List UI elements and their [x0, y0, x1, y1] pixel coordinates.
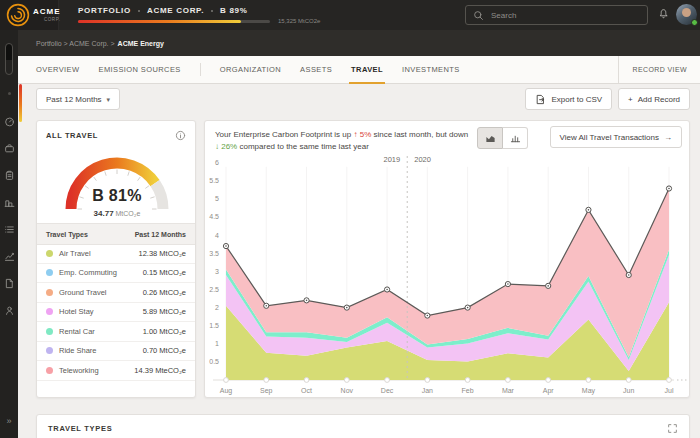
tab-bar: OVERVIEWEMISSION SOURCESORGANIZATIONASSE… — [18, 56, 700, 84]
accent-scroll-indicator — [19, 84, 22, 122]
emissions-gauge: B 81% 34.77 MtCO₂e — [55, 147, 179, 225]
x-tick-label: Jul — [665, 387, 674, 394]
bar-chart-toggle[interactable] — [503, 127, 528, 149]
analytics-icon[interactable] — [4, 248, 15, 259]
toolbar-actions: Export to CSV + Add Record — [525, 88, 690, 110]
export-icon — [535, 94, 546, 105]
global-search[interactable] — [465, 5, 648, 25]
gauge-value-number: 34.77 — [94, 209, 114, 218]
footprint-chart-card: Your Enterprise Carbon Footprint is up ↑… — [204, 120, 690, 398]
organization-icon[interactable] — [4, 194, 15, 205]
record-view-button[interactable]: RECORD VIEW — [618, 56, 700, 83]
sidebar-scroll-indicator[interactable] — [5, 43, 13, 75]
records-icon[interactable] — [4, 167, 15, 178]
y-tick-label: 5 — [215, 195, 219, 202]
user-avatar[interactable] — [676, 4, 697, 25]
app-sidebar: » — [0, 30, 18, 438]
headline-up-delta: ↑ 5% — [353, 130, 371, 139]
baseline-marker — [546, 378, 551, 383]
travel-type-row[interactable]: Rental Car1.00 MtCO₂e — [37, 322, 195, 342]
x-tick-label: May — [582, 387, 596, 395]
list-icon[interactable] — [4, 221, 15, 232]
tab-overview[interactable]: OVERVIEW — [36, 56, 80, 83]
year-label-right: 2020 — [414, 155, 431, 164]
x-tick-label: Oct — [301, 387, 312, 394]
travel-type-value: 1.00 MtCO₂e — [143, 327, 186, 336]
company-label: ACME CORP. — [147, 6, 204, 15]
brand-wordmark: ACME CORP. — [33, 8, 61, 22]
y-tick-label: 5.5 — [209, 177, 219, 184]
dashboard-icon[interactable] — [4, 113, 15, 124]
baseline-marker — [425, 378, 430, 383]
data-point-dot — [265, 305, 267, 307]
notifications-bell-icon[interactable] — [658, 8, 669, 19]
tab-investments[interactable]: INVESTMENTS — [402, 56, 460, 83]
gauge-value-unit: MtCO₂e — [114, 210, 141, 217]
data-point-dot — [467, 307, 469, 309]
info-icon[interactable] — [175, 130, 186, 141]
tab-divider — [200, 63, 201, 76]
x-tick-label: Nov — [341, 387, 354, 394]
chevron-down-icon: ▾ — [107, 96, 111, 103]
travel-type-color-dot — [46, 347, 53, 354]
travel-type-row[interactable]: Teleworking14.39 MteCO₂e — [37, 361, 195, 381]
baseline-marker — [506, 378, 511, 383]
y-tick-label: 2.5 — [209, 286, 219, 293]
baseline-marker — [385, 378, 390, 383]
export-csv-button[interactable]: Export to CSV — [525, 88, 612, 110]
plus-icon: + — [628, 95, 633, 104]
travel-type-color-dot — [46, 250, 53, 257]
date-range-dropdown[interactable]: Past 12 Months ▾ — [36, 88, 120, 110]
travel-type-row[interactable]: Ride Share0.70 MtCO₂e — [37, 342, 195, 362]
travel-type-row[interactable]: Hotel Stay5.89 MtCO₂e — [37, 303, 195, 323]
view-all-transactions-button[interactable]: View All Travel Transactions → — [550, 126, 682, 148]
tab-travel[interactable]: TRAVEL — [351, 56, 383, 83]
portfolio-progress-bar — [78, 20, 270, 24]
sidebar-dot — [8, 92, 11, 95]
stacked-area-chart[interactable]: 201920200.511.522.533.544.555.56AugSepOc… — [205, 149, 691, 399]
travel-type-row[interactable]: Ground Travel0.26 MtCO₂e — [37, 283, 195, 303]
headline-mid: since last month, but down — [371, 130, 468, 139]
x-tick-label: Mar — [502, 387, 515, 394]
x-tick-label: Jun — [623, 387, 634, 394]
document-icon[interactable] — [4, 275, 15, 286]
travel-type-color-dot — [46, 308, 53, 315]
portfolio-summary: PORTFOLIO ACME CORP. B 89% — [78, 6, 248, 15]
tab-organization[interactable]: ORGANIZATION — [220, 56, 281, 83]
add-record-button[interactable]: + Add Record — [618, 88, 690, 110]
data-point-dot — [386, 289, 388, 291]
col-travel-types: Travel Types — [46, 231, 88, 238]
data-point-dot — [225, 245, 227, 247]
brand-name: ACME — [33, 8, 61, 16]
travel-type-row[interactable]: Emp. Commuting0.15 MtCO₂e — [37, 264, 195, 284]
data-point-dot — [306, 300, 308, 302]
portfolio-icon[interactable] — [4, 140, 15, 151]
expand-fullscreen-icon[interactable] — [667, 423, 678, 434]
data-point-dot — [346, 307, 348, 309]
sidebar-expand-chevron-icon[interactable]: » — [6, 417, 11, 426]
travel-type-color-dot — [46, 328, 53, 335]
headline-pre: Your Enterprise Carbon Footprint is up — [215, 130, 353, 139]
area-chart-toggle[interactable] — [477, 127, 503, 149]
breadcrumb-prefix[interactable]: Portfolio > ACME Corp. > — [36, 40, 115, 47]
all-travel-card: ALL TRAVEL B 81% 34.77 MtCO₂e Travel Typ… — [36, 120, 196, 398]
tab-assets[interactable]: ASSETS — [300, 56, 332, 83]
baseline-marker — [224, 378, 229, 383]
chart-type-toggle-group — [477, 127, 528, 149]
travel-type-label: Emp. Commuting — [59, 268, 117, 277]
date-range-label: Past 12 Months — [46, 95, 102, 104]
breadcrumb[interactable]: Portfolio > ACME Corp. > ACME Energy — [18, 30, 700, 56]
user-icon[interactable] — [4, 302, 15, 313]
brand-sub: CORP. — [33, 18, 61, 23]
add-record-label: Add Record — [638, 95, 680, 104]
travel-type-label: Air Travel — [59, 249, 91, 258]
data-point-dot — [547, 285, 549, 287]
travel-types-table-header: Travel Types Past 12 Months — [37, 223, 195, 245]
sidebar-nav — [4, 113, 15, 313]
x-tick-label: Jan — [422, 387, 433, 394]
tab-emission-sources[interactable]: EMISSION SOURCES — [99, 56, 181, 83]
travel-type-label: Rental Car — [59, 327, 95, 336]
search-input[interactable] — [489, 10, 640, 21]
separator-dot — [211, 10, 213, 12]
travel-type-row[interactable]: Air Travel12.38 MtCO₂e — [37, 244, 195, 264]
